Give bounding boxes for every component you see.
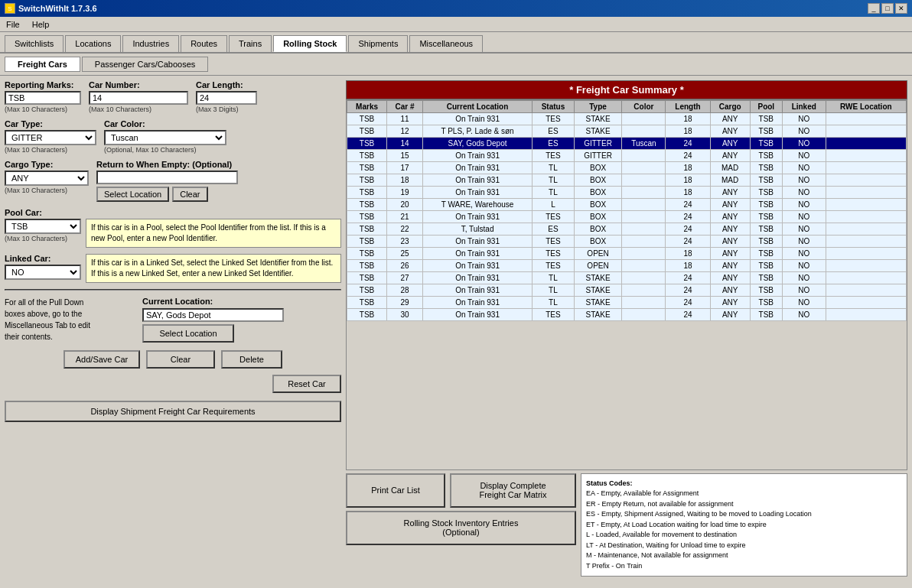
table-row[interactable]: TSB30On Train 931TESSTAKE24ANYTSBNO	[347, 309, 907, 321]
car-color-group: Car Color: Tuscan (Optional, Max 10 Char…	[104, 119, 226, 154]
return-label: Return to When Empty: (Optional)	[96, 160, 238, 169]
col-location: Current Location	[422, 101, 532, 113]
right-bottom-section: Print Car List Display Complete Freight …	[346, 473, 907, 577]
car-length-label: Car Length:	[196, 80, 257, 89]
table-row[interactable]: TSB26On Train 931TESOPEN18ANYTSBNO	[347, 260, 907, 272]
col-car: Car #	[387, 101, 423, 113]
display-shipment-button[interactable]: Display Shipment Freight Car Requirement…	[5, 401, 341, 422]
delete-button[interactable]: Delete	[221, 350, 282, 369]
clear-button[interactable]: Clear	[146, 350, 215, 369]
window-controls: _ □ ✕	[868, 3, 907, 14]
table-row[interactable]: TSB14SAY, Gods DepotESGITTERTuscan24ANYT…	[347, 138, 907, 150]
maximize-button[interactable]: □	[881, 3, 894, 14]
status-code-item: M - Maintenance, Not available for assig…	[586, 551, 902, 561]
pool-select[interactable]: TSB	[5, 219, 81, 234]
car-color-label: Car Color:	[104, 119, 226, 128]
car-type-select[interactable]: GITTER	[5, 130, 96, 145]
col-cargo: Cargo	[710, 101, 750, 113]
pool-label: Pool Car:	[5, 208, 81, 217]
reporting-marks-label: Reporting Marks:	[5, 80, 81, 89]
summary-header: * Freight Car Summary *	[346, 80, 907, 99]
rolling-stock-button[interactable]: Rolling Stock Inventory Entries (Optiona…	[346, 511, 576, 545]
car-length-group: Car Length: (Max 3 Digits)	[196, 80, 257, 113]
table-row[interactable]: TSB28On Train 931TLSTAKE24ANYTSBNO	[347, 284, 907, 297]
table-row[interactable]: TSB11On Train 931TESSTAKE18ANYTSBNO	[347, 113, 907, 125]
table-row[interactable]: TSB21On Train 931TESBOX24ANYTSBNO	[347, 211, 907, 223]
cargo-select[interactable]: ANY	[5, 171, 89, 186]
select-location-1-button[interactable]: Select Location	[96, 187, 169, 202]
linked-select[interactable]: NO	[5, 265, 81, 280]
car-number-label: Car Number:	[89, 80, 188, 89]
select-location-2-button[interactable]: Select Location	[142, 324, 234, 343]
pool-tooltip: If this car is in a Pool, select the Poo…	[86, 219, 341, 248]
car-length-input[interactable]	[196, 91, 257, 105]
table-row[interactable]: TSB12T PLS, P. Lade & sønESSTAKE18ANYTSB…	[347, 125, 907, 138]
table-row[interactable]: TSB23On Train 931TESBOX24ANYTSBNO	[347, 236, 907, 248]
tab-bar: Switchlists Locations Industries Routes …	[0, 32, 912, 54]
table-row[interactable]: TSB18On Train 931TLBOX18MADTSBNO	[347, 174, 907, 187]
freight-car-table-container[interactable]: Marks Car # Current Location Status Type…	[346, 99, 907, 470]
tab-switchlists[interactable]: Switchlists	[5, 35, 64, 52]
clear-return-button[interactable]: Clear	[172, 187, 207, 202]
table-row[interactable]: TSB29On Train 931TLSTAKE24ANYTSBNO	[347, 297, 907, 309]
car-color-select[interactable]: Tuscan	[104, 130, 226, 145]
bottom-row-1: Reset Car	[5, 375, 341, 393]
car-length-hint: (Max 3 Digits)	[196, 106, 257, 113]
table-row[interactable]: TSB15On Train 931TESGITTER24ANYTSBNO	[347, 150, 907, 162]
car-type-group: Car Type: GITTER (Max 10 Characters)	[5, 119, 96, 154]
status-code-item: T Prefix - On Train	[586, 561, 902, 572]
table-row[interactable]: TSB19On Train 931TLBOX18ANYTSBNO	[347, 187, 907, 199]
cargo-type-label: Cargo Type:	[5, 160, 89, 169]
title-bar: S SwitchWithIt 1.7.3.6 _ □ ✕	[0, 0, 912, 17]
status-code-item: L - Loaded, Available for movement to de…	[586, 530, 902, 541]
location-section: For all of the Pull Downboxes above, go …	[5, 297, 341, 343]
add-save-button[interactable]: Add/Save Car	[64, 350, 140, 369]
menu-file[interactable]: File	[3, 19, 23, 30]
status-codes-box: Status Codes: EA - Empty, Available for …	[581, 473, 907, 577]
col-pool: Pool	[750, 101, 782, 113]
tab-shipments[interactable]: Shipments	[348, 35, 408, 52]
menu-help[interactable]: Help	[29, 19, 53, 30]
car-color-hint: (Optional, Max 10 Characters)	[104, 146, 226, 154]
status-code-item: EA - Empty, Available for Assignment	[586, 489, 902, 499]
tab-trains[interactable]: Trains	[229, 35, 272, 52]
col-linked: Linked	[782, 101, 826, 113]
current-location-label: Current Location:	[142, 297, 284, 306]
table-row[interactable]: TSB22T, TulstadESBOX24ANYTSBNO	[347, 223, 907, 236]
return-input[interactable]	[96, 171, 238, 184]
linked-label: Linked Car:	[5, 254, 81, 263]
reporting-marks-hint: (Max 10 Characters)	[5, 106, 81, 113]
table-row[interactable]: TSB17On Train 931TLBOX18MADTSBNO	[347, 162, 907, 174]
table-row[interactable]: TSB25On Train 931TESOPEN18ANYTSBNO	[347, 248, 907, 260]
linked-tooltip: If this car is in a Linked Set, select t…	[86, 254, 341, 283]
tab-routes[interactable]: Routes	[181, 35, 227, 52]
status-code-item: LT - At Destination, Waiting for Unload …	[586, 541, 902, 551]
reset-car-button[interactable]: Reset Car	[272, 375, 341, 393]
car-number-input[interactable]	[89, 91, 188, 105]
menu-bar: File Help	[0, 17, 912, 32]
tab-locations[interactable]: Locations	[65, 35, 121, 52]
app-icon: S	[5, 3, 15, 14]
sub-tab-bar: Freight Cars Passenger Cars/Cabooses	[0, 54, 912, 76]
current-location-input[interactable]	[142, 308, 284, 322]
status-code-item: ER - Empty Return, not available for ass…	[586, 499, 902, 510]
col-status: Status	[533, 101, 574, 113]
tab-rolling-stock[interactable]: Rolling Stock	[273, 35, 347, 52]
subtab-freight-cars[interactable]: Freight Cars	[5, 57, 80, 72]
table-row[interactable]: TSB27On Train 931TLSTAKE24ANYTSBNO	[347, 272, 907, 284]
tab-miscellaneous[interactable]: Miscellaneous	[409, 35, 483, 52]
main-content: Reporting Marks: (Max 10 Characters) Car…	[0, 76, 912, 581]
table-row[interactable]: TSB20T WARE, WarehouseLBOX24ANYTSBNO	[347, 199, 907, 211]
tab-industries[interactable]: Industries	[122, 35, 179, 52]
car-type-label: Car Type:	[5, 119, 96, 128]
print-display-row: Print Car List Display Complete Freight …	[346, 473, 576, 508]
display-complete-button[interactable]: Display Complete Freight Car Matrix	[450, 473, 576, 508]
subtab-passenger-cars[interactable]: Passenger Cars/Cabooses	[82, 57, 208, 72]
reporting-marks-input[interactable]	[5, 91, 81, 105]
print-car-list-button[interactable]: Print Car List	[346, 473, 445, 508]
pool-group: Pool Car: TSB (Max 10 Characters)	[5, 208, 81, 242]
cargo-hint: (Max 10 Characters)	[5, 187, 89, 194]
location-note: For all of the Pull Downboxes above, go …	[5, 297, 135, 343]
close-button[interactable]: ✕	[895, 3, 907, 14]
minimize-button[interactable]: _	[868, 3, 880, 14]
